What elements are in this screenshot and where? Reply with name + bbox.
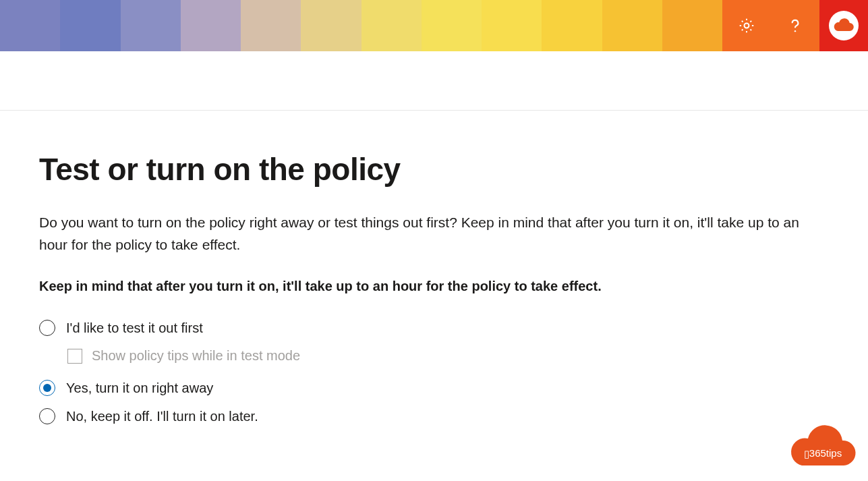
checkbox-icon [67,349,82,364]
gear-icon [738,17,755,34]
svg-point-1 [794,30,796,32]
watermark-text: ▯365tips [787,447,859,460]
profile-avatar [829,11,859,40]
radio-icon [39,320,55,336]
radio-option-yes[interactable]: Yes, turn it on right away [39,380,829,396]
top-bar [0,0,868,51]
profile-button[interactable] [819,0,868,51]
main-content: Test or turn on the policy Do you want t… [0,111,868,424]
help-icon [786,17,804,34]
profile-cloud-icon [833,18,855,34]
top-bar-actions [722,0,868,51]
top-bar-gradient [0,0,722,51]
page-title: Test or turn on the policy [39,151,829,188]
sub-bar [0,51,868,111]
checkbox-label: Show policy tips while in test mode [92,348,300,364]
intro-text: Do you want to turn on the policy right … [39,212,808,256]
help-button[interactable] [771,0,819,51]
radio-icon [39,380,55,396]
checkbox-option-policy-tips[interactable]: Show policy tips while in test mode [67,348,829,364]
radio-label: Yes, turn it on right away [66,380,213,396]
radio-icon [39,408,55,424]
warning-text: Keep in mind that after you turn it on, … [39,279,829,294]
watermark-logo: ▯365tips [787,424,859,472]
radio-option-test[interactable]: I'd like to test it out first [39,320,829,336]
settings-button[interactable] [722,0,771,51]
radio-label: I'd like to test it out first [66,320,203,336]
svg-point-0 [745,24,749,28]
radio-label: No, keep it off. I'll turn it on later. [66,409,258,424]
radio-option-no[interactable]: No, keep it off. I'll turn it on later. [39,408,829,424]
